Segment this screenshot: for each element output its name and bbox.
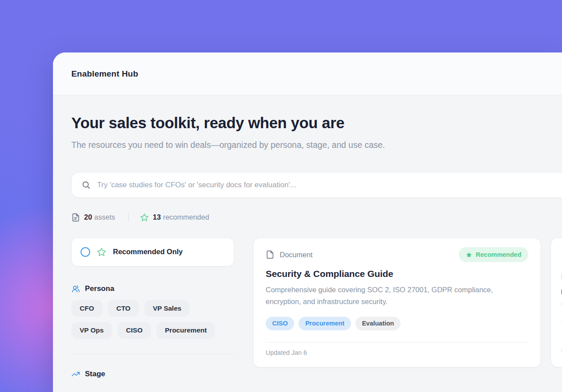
enablement-hub-panel: Enablement Hub Your sales toolkit, ready… <box>53 52 562 392</box>
app-title: Enablement Hub <box>71 69 138 79</box>
tag-ciso: CISO <box>266 317 294 330</box>
panel-header: Enablement Hub <box>53 52 562 95</box>
asset-cards: Document Recommended Security & Complian… <box>253 238 562 379</box>
persona-chip-cfo[interactable]: CFO <box>71 300 102 317</box>
recommended-badge-label: Recommended <box>476 251 521 258</box>
filters-sidebar: Recommended Only Persona CFO CTO VP Sale… <box>71 238 234 379</box>
recommended-only-toggle[interactable]: Recommended Only <box>71 238 234 266</box>
persona-section-label: Persona <box>85 284 114 293</box>
card-type-label: Document <box>280 251 313 259</box>
persona-section-header: Persona <box>71 284 234 294</box>
stats-row: 20 assets 13 recommended <box>71 212 562 223</box>
trending-up-icon <box>71 370 80 378</box>
radio-circle-icon[interactable] <box>81 247 90 257</box>
recommended-count: 13 <box>153 213 161 221</box>
persona-chip-cto[interactable]: CTO <box>108 300 139 317</box>
assets-count: 20 <box>84 213 92 221</box>
persona-chip-ciso[interactable]: CISO <box>118 322 151 339</box>
document-icon <box>266 250 274 259</box>
recommended-badge: Recommended <box>459 247 528 262</box>
persona-chip-vp-sales[interactable]: VP Sales <box>144 300 190 317</box>
card-type: Document <box>266 250 313 259</box>
card-description: Comprehensive guide covering SOC 2, ISO … <box>266 284 520 308</box>
recommended-label: recommended <box>163 213 209 221</box>
assets-label: assets <box>94 213 115 221</box>
card-tags: CISO Procurement Evaluation <box>266 317 528 330</box>
star-icon <box>97 247 106 257</box>
asset-card-clipped[interactable] <box>551 238 562 368</box>
page-subtitle: The resources you need to win deals—orga… <box>71 137 430 152</box>
search-bar[interactable] <box>71 172 562 198</box>
stats-divider <box>128 213 129 222</box>
card-title: Security & Compliance Guide <box>266 269 528 279</box>
stage-section-label: Stage <box>85 370 105 378</box>
sidebar-divider <box>71 354 234 354</box>
tag-evaluation: Evaluation <box>355 317 400 330</box>
asset-card-security-compliance-guide[interactable]: Document Recommended Security & Complian… <box>253 238 541 368</box>
stage-section-header: Stage <box>71 369 234 379</box>
star-icon <box>140 213 149 222</box>
recommended-only-label: Recommended Only <box>113 248 183 256</box>
tag-procurement: Procurement <box>299 317 351 330</box>
card-divider <box>266 342 528 343</box>
card-header: Document Recommended <box>266 249 528 260</box>
page-title: Your sales toolkit, ready when you are <box>71 115 562 132</box>
content-grid: Recommended Only Persona CFO CTO VP Sale… <box>71 238 562 379</box>
star-filled-icon <box>466 252 472 258</box>
persona-chips: CFO CTO VP Sales VP Ops CISO Procurement <box>71 300 234 339</box>
persona-chip-vp-ops[interactable]: VP Ops <box>71 322 112 339</box>
file-text-icon <box>71 213 80 222</box>
panel-body: Your sales toolkit, ready when you are T… <box>53 95 562 392</box>
card-updated: Updated Jan 6 <box>266 349 528 356</box>
users-icon <box>71 284 80 293</box>
persona-chip-procurement[interactable]: Procurement <box>157 322 215 339</box>
search-input[interactable] <box>97 181 562 189</box>
search-icon <box>81 180 91 189</box>
